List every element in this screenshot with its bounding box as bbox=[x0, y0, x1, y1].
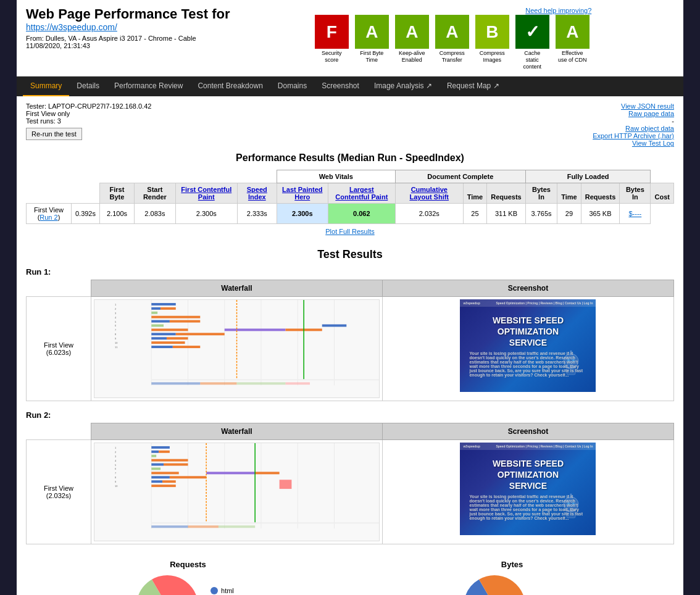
svg-rect-61 bbox=[164, 464, 188, 466]
svg-text:7: 7 bbox=[115, 329, 116, 332]
grade-label-compress-images: CompressImages bbox=[480, 50, 505, 64]
web-vitals-header: Web Vitals bbox=[277, 170, 395, 183]
svg-rect-6 bbox=[151, 303, 176, 306]
nav-domains[interactable]: Domains bbox=[270, 77, 314, 96]
svg-text:2: 2 bbox=[115, 451, 116, 454]
run1-table: Waterfall Screenshot First View(6.023s) bbox=[26, 280, 674, 401]
col-lph: Last Painted Hero bbox=[277, 183, 328, 204]
svg-rect-30 bbox=[236, 383, 285, 385]
row-lcp: 2.300s bbox=[277, 204, 328, 224]
run2-waterfall: 1 2 3 4 5 6 7 8 9 10 bbox=[91, 440, 382, 544]
row-fl-bytes: 365 KB bbox=[581, 204, 620, 224]
svg-rect-12 bbox=[170, 320, 200, 323]
svg-text:5: 5 bbox=[115, 320, 117, 323]
svg-rect-27 bbox=[151, 380, 379, 381]
svg-text:11: 11 bbox=[115, 346, 117, 349]
row-lph: 2.333s bbox=[237, 204, 277, 224]
bytes-chart: Bytes html js bbox=[350, 560, 674, 595]
nav-summary[interactable]: Summary bbox=[23, 77, 69, 96]
svg-rect-15 bbox=[151, 333, 176, 336]
col-fl-bytes: Bytes In bbox=[620, 183, 651, 204]
raw-links: Raw page data - Raw object data bbox=[593, 110, 674, 132]
plot-link: Plot Full Results bbox=[26, 227, 674, 236]
view-json-link[interactable]: View JSON result bbox=[593, 102, 674, 110]
run1-waterfall-svg: 1 2 3 4 5 6 7 8 9 10 11 bbox=[94, 300, 379, 397]
row-doc-bytes: 311 KB bbox=[487, 204, 526, 224]
test-log-link[interactable]: View Test Log bbox=[593, 139, 674, 147]
svg-rect-55 bbox=[151, 446, 170, 449]
col-si: Speed Index bbox=[237, 183, 277, 204]
charts-section: Requests html bbox=[26, 554, 674, 595]
row-si: 2.300s bbox=[175, 204, 237, 224]
svg-rect-58 bbox=[151, 455, 156, 457]
svg-rect-19 bbox=[322, 325, 347, 327]
nav-performance-review[interactable]: Performance Review bbox=[107, 77, 190, 96]
run2-screenshot-header: Screenshot bbox=[382, 423, 673, 440]
nav-content-breakdown[interactable]: Content Breakdown bbox=[190, 77, 270, 96]
run2-row: First View(2.032s) bbox=[27, 440, 674, 544]
svg-text:6: 6 bbox=[115, 468, 117, 471]
grade-label-keepalive: Keep-aliveEnabled bbox=[399, 50, 425, 64]
nav-request-map[interactable]: Request Map ↗ bbox=[440, 77, 507, 96]
svg-rect-68 bbox=[151, 481, 162, 483]
svg-rect-63 bbox=[151, 472, 178, 475]
run2-view-label: First View(2.032s) bbox=[27, 440, 91, 544]
screenshot-main-text: WEBSITE SPEEDOPTIMIZATIONSERVICE bbox=[493, 315, 564, 349]
raw-object-link[interactable]: Raw object data bbox=[593, 125, 674, 132]
svg-text:1: 1 bbox=[115, 303, 116, 306]
from-label: From: Dulles, VA - Asus Aspire i3 2017 -… bbox=[26, 35, 230, 42]
run2-screenshot: w3speedup Speed Optimization | Pricing |… bbox=[382, 440, 673, 544]
test-results-title: Test Results bbox=[26, 248, 674, 261]
html-label: html bbox=[221, 587, 234, 594]
col-first-byte: First Byte bbox=[99, 183, 134, 204]
need-help-link[interactable]: Need help improving? bbox=[525, 7, 591, 14]
svg-rect-21 bbox=[167, 338, 188, 340]
nav-details[interactable]: Details bbox=[69, 77, 107, 96]
grade-keepalive: A Keep-aliveEnabled bbox=[393, 15, 431, 70]
col-fcp: First Contentful Paint bbox=[175, 183, 237, 204]
svg-rect-20 bbox=[151, 338, 167, 340]
svg-rect-60 bbox=[151, 464, 164, 466]
site-url[interactable]: https://w3speedup.com/ bbox=[26, 22, 117, 32]
col-doc-requests: Requests bbox=[487, 183, 526, 204]
grade-first-byte: A First ByteTime bbox=[352, 15, 391, 70]
col-cls: Cumulative Layout Shift bbox=[395, 183, 463, 204]
run1-waterfall-chart: 1 2 3 4 5 6 7 8 9 10 11 bbox=[94, 299, 380, 398]
svg-text:10: 10 bbox=[115, 341, 118, 344]
run2-link[interactable]: Run 2 bbox=[40, 214, 57, 221]
bytes-chart-title: Bytes bbox=[350, 560, 674, 569]
svg-rect-9 bbox=[151, 312, 157, 314]
requests-pie-svg bbox=[136, 575, 198, 595]
run2-screenshot-sub-text: Your site is losing potential traffic an… bbox=[460, 494, 596, 520]
run2-waterfall-chart: 1 2 3 4 5 6 7 8 9 10 bbox=[94, 443, 380, 541]
run2-screenshot-thumb: w3speedup Speed Optimization | Pricing |… bbox=[460, 443, 596, 535]
svg-rect-67 bbox=[255, 472, 280, 475]
svg-rect-77 bbox=[219, 526, 255, 528]
svg-rect-22 bbox=[151, 342, 185, 344]
navigation: Summary Details Performance Review Conte… bbox=[17, 77, 683, 96]
tester-info: Tester: LAPTOP-CRUP27I7-192.168.0.42 Fir… bbox=[26, 102, 674, 140]
grade-letter-security: F bbox=[315, 15, 349, 49]
grade-letter-compress-transfer: A bbox=[435, 15, 469, 49]
export-link[interactable]: Export HTTP Archive (.har) bbox=[593, 132, 674, 139]
col-cost: Cost bbox=[651, 183, 674, 204]
row-label: First View (Run 2) bbox=[27, 204, 72, 224]
row-cls: 0.062 bbox=[328, 204, 395, 224]
tester-label: Tester: LAPTOP-CRUP27I7-192.168.0.42 bbox=[26, 102, 674, 110]
nav-image-analysis[interactable]: Image Analysis ↗ bbox=[367, 77, 440, 96]
svg-rect-10 bbox=[151, 316, 200, 318]
bytes-pie-svg bbox=[464, 575, 525, 595]
grade-letter-keepalive: A bbox=[395, 15, 429, 49]
grade-letter-cdn: A bbox=[556, 15, 590, 49]
svg-rect-73 bbox=[280, 480, 292, 489]
raw-page-link[interactable]: Raw page data bbox=[593, 110, 674, 117]
grade-compress-images: B CompressImages bbox=[473, 15, 511, 70]
nav-screenshot[interactable]: Screenshot bbox=[314, 77, 367, 96]
svg-rect-66 bbox=[206, 472, 255, 475]
view-label: First View only bbox=[26, 110, 674, 117]
svg-rect-74 bbox=[151, 523, 379, 524]
rerun-button[interactable]: Re-run the test bbox=[26, 128, 82, 140]
svg-text:7: 7 bbox=[115, 472, 116, 475]
plot-full-results-link[interactable]: Plot Full Results bbox=[325, 228, 374, 235]
svg-rect-7 bbox=[151, 307, 160, 310]
